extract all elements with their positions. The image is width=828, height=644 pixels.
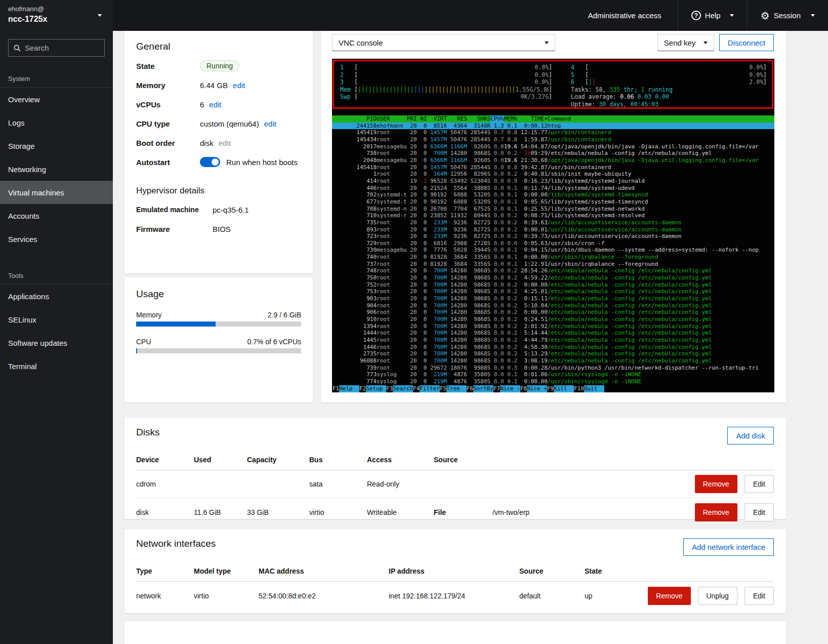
nav-group-label-system: System [0, 65, 113, 88]
disks-card: Disks Add disk DeviceUsedCapacityBusAcce… [125, 418, 786, 519]
usage-memory-value: 2.9 / 6 GiB [268, 311, 301, 319]
sidebar-item-services[interactable]: Services [0, 227, 113, 251]
usage-cpu-label: CPU [136, 338, 151, 346]
sidebar-item-software-updates[interactable]: Software updates [0, 331, 113, 354]
sidebar: ehofmann@ ncc-1725x SystemOverviewLogsSt… [0, 0, 113, 644]
memory-usage-row: Memory 2.9 / 6 GiB [136, 311, 301, 319]
htop-row: 702 systemd-t 20 0 90192 6088 5320 S 0.0… [332, 191, 774, 198]
memory-edit-link[interactable]: edit [233, 81, 245, 90]
chevron-down-icon [98, 14, 102, 17]
htop-row: 729 root 20 0 6816 2988 2728 S 0.0 0.0 0… [332, 240, 774, 247]
disk-bus: sata [309, 480, 367, 488]
htop-row: 244158 ehofmann 20 0 8516 4364 3148 R 1.… [332, 123, 774, 130]
memory-progress-bar [136, 321, 301, 327]
disk-device: cdrom [136, 480, 194, 488]
sidebar-item-virtual-machines[interactable]: Virtual machines [0, 181, 113, 204]
htop-row: 1446 root 20 0 700M 14280 9868 S 0.0 0.2… [332, 344, 774, 351]
htop-row: 773 syslog 20 0 219M 4876 3580 S 0.0 0.1… [332, 371, 774, 378]
disk-row-cdrom: cdromsataRead-onlyRemoveEdit [136, 470, 774, 498]
sidebar-search[interactable] [8, 39, 105, 57]
htop-row: 730 messagebu 20 0 7776 5028 3944 S 0.0 … [332, 247, 774, 254]
brand-hostname: ncc-1725x [8, 14, 106, 25]
sidebar-item-networking[interactable]: Networking [0, 157, 113, 181]
sidebar-item-terminal[interactable]: Terminal [0, 354, 113, 378]
toggle-knob [212, 158, 219, 166]
chevron-down-icon [730, 14, 734, 17]
session-menu[interactable]: ⚙ Session [748, 0, 828, 31]
cpu-type-value: custom (qemu64) [200, 119, 259, 128]
disk-row-disk: disk11.6 GiB33 GiBvirtioWriteableFile/vm… [136, 498, 774, 526]
htop-row: 145418 root 20 0 1457M 50476 28544 S 0.0… [332, 164, 774, 171]
boot-order-edit-link[interactable]: edit [219, 139, 231, 147]
usage-title: Usage [136, 289, 301, 300]
nics-table-header: TypeModel typeMAC addressIP addressSourc… [136, 560, 774, 582]
disconnect-button[interactable]: Disconnect [719, 34, 774, 51]
general-card: General State Running Memory 6.44 GB edi… [125, 31, 313, 273]
disk-disk-remove-button[interactable]: Remove [695, 503, 737, 521]
sidebar-nav: SystemOverviewLogsStorageNetworkingVirtu… [0, 65, 113, 378]
htop-row: 710 systemd-r 20 0 23852 11932 8044 S 0.… [332, 212, 774, 219]
search-icon [14, 45, 21, 52]
htop-row: 753 root 20 0 700M 14280 9868 S 0.0 0.2 … [332, 288, 774, 295]
masthead: Administrative access ? Help ⚙ Session [113, 0, 828, 31]
disk-cdrom-remove-button[interactable]: Remove [695, 475, 737, 493]
memory-progress-fill [136, 321, 216, 327]
disk-bus: virtio [309, 508, 367, 516]
vcpus-value: 6 [200, 100, 204, 109]
nic-remove-button[interactable]: Remove [648, 587, 690, 605]
sidebar-item-applications[interactable]: Applications [0, 285, 113, 308]
search-input[interactable] [25, 44, 96, 52]
htop-row: 903 root 20 0 700M 14280 9868 S 0.0 0.2 … [332, 295, 774, 302]
chevron-down-icon [811, 14, 815, 17]
host-switcher[interactable]: ehofmann@ ncc-1725x [0, 0, 113, 31]
send-key-menu[interactable]: Send key [657, 34, 714, 51]
console-card: VNC console Send key Disconnect 1[0.0%]4… [321, 31, 786, 402]
state-row: State Running [136, 56, 313, 75]
chevron-down-icon [545, 42, 549, 44]
sidebar-item-logs[interactable]: Logs [0, 111, 113, 134]
nav-group-label-tools: Tools [0, 251, 113, 285]
cpu-type-edit-link[interactable]: edit [264, 119, 276, 128]
vnc-console-screen[interactable]: 1[0.0%]4[0.0%]2[0.0%]5[0.0%]3[0.0%]6[||2… [332, 59, 774, 392]
nic-edit-button[interactable]: Edit [744, 587, 774, 605]
cpu-progress-bar [136, 348, 301, 353]
htop-row: 2048 messagebu 20 0 6366M 1166M 9260 S 0… [332, 157, 774, 164]
nic-row: networkvirtio52:54:00:8d:e0:e2inet 192.1… [136, 582, 774, 610]
htop-row: 723 root 20 0 233M 9236 8272 S 0.0 0.2 0… [332, 233, 774, 240]
nic-unplug-button[interactable]: Unplug [698, 587, 737, 605]
disk-disk-edit-button[interactable]: Edit [744, 503, 774, 521]
htop-row: 774 syslog 20 0 219M 4876 3580 S 0.0 0.1… [332, 378, 774, 385]
disk-access: Read-only [367, 480, 434, 488]
usage-card: Usage Memory 2.9 / 6 GiB CPU 0.7% of 6 v… [125, 277, 313, 402]
help-menu[interactable]: ? Help [678, 0, 747, 31]
firmware-label: Firmware [136, 225, 213, 233]
next-section-card [125, 621, 786, 644]
console-type-select[interactable]: VNC console [332, 34, 555, 51]
sidebar-item-selinux[interactable]: SELinux [0, 308, 113, 331]
vm-state-badge: Running [200, 60, 239, 71]
nic-source: default [519, 592, 585, 600]
sidebar-item-storage[interactable]: Storage [0, 134, 113, 157]
htop-row: 2735 root 20 0 700M 14280 9868 S 0.0 0.2… [332, 350, 774, 357]
sidebar-item-accounts[interactable]: Accounts [0, 204, 113, 227]
htop-row: 677 systemd-t 20 0 90192 6088 5320 S 0.0… [332, 198, 774, 206]
autostart-text: Run when host boots [226, 158, 298, 167]
htop-row: 145434 root 20 0 1457M 50476 28544 S 0.7… [332, 136, 774, 143]
general-title: General [136, 41, 313, 52]
htop-row: 2017 messagebu 20 0 6366M 1166M 9260 S 0… [332, 143, 774, 150]
help-label: Help [705, 11, 721, 20]
htop-row: 740 root 20 0 81928 3684 3356 S 0.0 0.1 … [332, 254, 774, 261]
vcpus-edit-link[interactable]: edit [209, 100, 221, 109]
add-network-interface-button[interactable]: Add network interface [683, 538, 774, 556]
htop-row: 446 root 20 0 21524 5564 3888 S 0.0 0.1 … [332, 185, 774, 192]
sidebar-item-overview[interactable]: Overview [0, 88, 113, 111]
disk-cdrom-edit-button[interactable]: Edit [744, 475, 774, 493]
htop-row: 737 root 20 0 81928 3684 3356 S 0.0 0.1 … [332, 261, 774, 268]
htop-row: 910 root 20 0 700M 14280 9868 S 0.0 0.2 … [332, 316, 774, 323]
htop-row: 735 root 20 0 233M 9236 8272 S 0.0 0.2 0… [332, 219, 774, 226]
add-disk-button[interactable]: Add disk [727, 427, 774, 445]
chevron-down-icon [703, 42, 708, 44]
session-label: Session [774, 11, 801, 20]
autostart-toggle[interactable] [200, 157, 220, 167]
htop-row: 739 root 20 0 29672 18076 9988 S 0.0 0.3… [332, 365, 774, 372]
